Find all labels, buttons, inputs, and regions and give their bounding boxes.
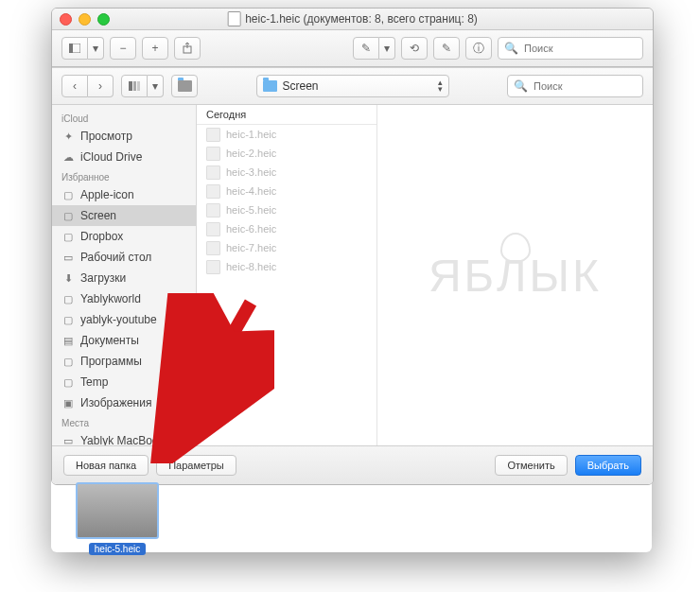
sidebar-item-label: iCloud Drive: [80, 150, 142, 164]
choose-button[interactable]: Выбрать: [575, 455, 641, 476]
sidebar-item-label: Документы: [80, 334, 139, 347]
file-name: heic-8.heic: [226, 261, 276, 272]
sidebar-item-label: Просмотр: [80, 130, 132, 143]
preview-pane: ЯБЛЫК: [377, 105, 653, 445]
file-row[interactable]: heic-1.heic: [197, 125, 376, 144]
cancel-button[interactable]: Отменить: [495, 455, 567, 476]
zoom-in-button[interactable]: +: [142, 37, 168, 60]
edit-button[interactable]: ✎: [433, 37, 460, 60]
svg-rect-3: [129, 81, 132, 91]
window-title: heic-1.heic (документов: 8, всего страни…: [245, 12, 478, 26]
file-thumb-icon: [206, 260, 220, 274]
sidebar-item[interactable]: ▢Программы: [52, 351, 196, 372]
thumbnail-label: heic-5.heic: [89, 543, 146, 555]
file-name: heic-4.heic: [226, 185, 276, 197]
file-row[interactable]: heic-5.heic: [197, 200, 376, 219]
file-row[interactable]: heic-6.heic: [197, 219, 376, 238]
sidebar-item[interactable]: ▢Apple-icon: [52, 184, 196, 205]
close-window-button[interactable]: [60, 13, 72, 26]
sidebar-item[interactable]: ⬇Загрузки: [52, 268, 196, 288]
cloud-icon: ☁: [61, 151, 75, 163]
folder-icon: ▢: [61, 210, 75, 221]
zoom-out-button[interactable]: −: [110, 37, 136, 60]
sidebar-item-label: Dropbox: [80, 230, 123, 243]
sidebar-item[interactable]: ▭Yablyk MacBook: [52, 430, 196, 445]
markup-button[interactable]: ✎: [353, 37, 379, 60]
options-button[interactable]: Параметры: [156, 455, 236, 476]
preview-app-window: heic-1.heic (документов: 8, всего страни…: [51, 8, 654, 485]
info-button[interactable]: ⓘ: [465, 37, 492, 60]
folder-icon: ▢: [61, 376, 75, 388]
folder-icon: ▢: [61, 231, 75, 242]
zoom-window-button[interactable]: [97, 13, 110, 26]
star-icon: ✦: [61, 131, 75, 142]
download-icon: ⬇: [61, 272, 75, 284]
file-name: heic-2.heic: [226, 148, 276, 159]
sidebar-item-label: Рабочий стол: [80, 251, 151, 264]
file-column: Сегодня heic-1.heicheic-2.heicheic-3.hei…: [197, 105, 377, 445]
file-thumb-icon: [206, 147, 220, 161]
file-row[interactable]: heic-4.heic: [197, 182, 376, 200]
file-thumb-icon: [206, 203, 220, 218]
folder-path-popup[interactable]: Screen ▴▾: [256, 75, 449, 97]
folder-icon: ▢: [61, 314, 75, 325]
sidebar-item[interactable]: ▢yablyk-youtube: [52, 309, 196, 330]
file-row[interactable]: heic-2.heic: [197, 144, 376, 163]
file-name: heic-5.heic: [226, 204, 276, 216]
back-button[interactable]: ‹: [61, 75, 88, 97]
file-thumb-icon: [206, 222, 220, 236]
sheet-search-input[interactable]: [532, 79, 637, 93]
sidebar: iCloud✦Просмотр☁iCloud DriveИзбранное▢Ap…: [52, 105, 197, 445]
sidebar-item-label: Yablykworld: [80, 292, 141, 305]
sidebar-item-label: Apple-icon: [80, 188, 134, 201]
file-name: heic-3.heic: [226, 166, 276, 178]
file-name: heic-7.heic: [226, 242, 276, 253]
file-thumb-icon: [206, 184, 220, 199]
sidebar-item-label: yablyk-youtube: [80, 313, 157, 326]
sidebar-item-label: Temp: [80, 375, 108, 389]
sidebar-item-label: Screen: [80, 209, 116, 222]
app-search-input[interactable]: [522, 42, 637, 55]
file-row[interactable]: heic-7.heic: [197, 238, 376, 257]
desktop-icon: ▭: [61, 252, 75, 263]
sidebar-menu-button[interactable]: ▾: [88, 37, 104, 60]
sidebar-item[interactable]: ▤Документы: [52, 330, 196, 351]
watermark-text: ЯБЛЫК: [429, 250, 602, 302]
sidebar-item-label: Изображения: [80, 396, 151, 409]
file-row[interactable]: heic-8.heic: [197, 257, 376, 276]
rotate-button[interactable]: ⟲: [401, 37, 428, 60]
file-name: heic-1.heic: [226, 129, 276, 140]
new-folder-button[interactable]: Новая папка: [63, 455, 149, 476]
sidebar-item[interactable]: ▭Рабочий стол: [52, 247, 196, 268]
markup-menu-button[interactable]: ▾: [379, 37, 395, 60]
app-search-field[interactable]: 🔍: [498, 37, 643, 60]
sidebar-item[interactable]: ▢Screen: [52, 205, 196, 226]
view-mode-menu-button[interactable]: ▾: [148, 75, 164, 97]
sheet-toolbar: ‹ › ▾ Screen ▴▾ 🔍: [52, 68, 653, 105]
file-row[interactable]: heic-3.heic: [197, 163, 376, 182]
sidebar-item[interactable]: ▢Yablykworld: [52, 288, 196, 309]
view-mode-button[interactable]: [121, 75, 148, 97]
svg-rect-5: [137, 81, 140, 91]
sidebar-item[interactable]: ▢Dropbox: [52, 226, 196, 247]
document-icon: [227, 11, 240, 26]
file-name: heic-6.heic: [226, 223, 276, 235]
sidebar-toggle-button[interactable]: [61, 37, 88, 60]
sidebar-item[interactable]: ▢Temp: [52, 372, 196, 392]
search-icon: 🔍: [514, 79, 528, 93]
minimize-window-button[interactable]: [79, 13, 91, 26]
forward-button[interactable]: ›: [88, 75, 114, 97]
share-button[interactable]: [174, 37, 201, 60]
sheet-search-field[interactable]: 🔍: [507, 75, 643, 97]
titlebar: heic-1.heic (документов: 8, всего страни…: [52, 9, 653, 30]
laptop-icon: ▭: [61, 435, 75, 445]
thumbnail-image[interactable]: [76, 482, 159, 539]
sidebar-item[interactable]: ▣Изображения: [52, 392, 196, 413]
app-toolbar: ▾ − + ✎ ▾ ⟲ ✎ ⓘ 🔍: [52, 30, 653, 67]
folder-icon: [178, 80, 192, 92]
sidebar-item[interactable]: ✦Просмотр: [52, 126, 196, 147]
path-folder-button[interactable]: [171, 75, 198, 97]
file-thumb-icon: [206, 128, 220, 142]
sidebar-item[interactable]: ☁iCloud Drive: [52, 147, 196, 167]
sidebar-item-label: Загрузки: [80, 271, 126, 285]
